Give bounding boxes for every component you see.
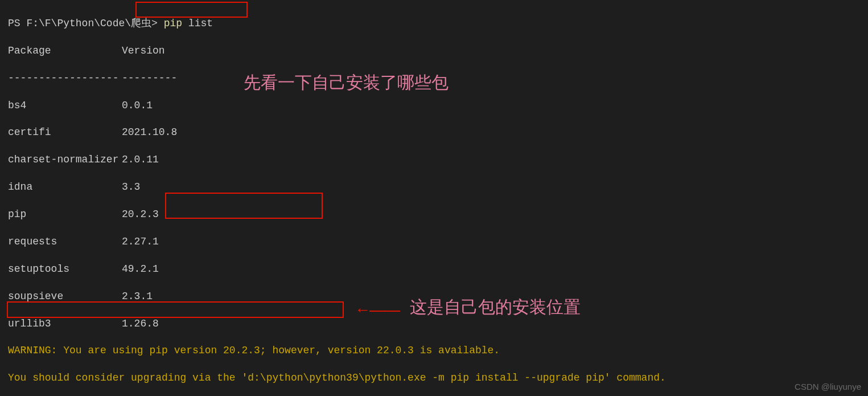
pkg-name: idna xyxy=(8,181,122,194)
pkg-version: 3.3 xyxy=(122,181,140,193)
pkg-divider: --------------------------- xyxy=(8,72,860,85)
warning-line-1: WARNING: You are using pip version 20.2.… xyxy=(8,344,860,358)
divider-pkg: ------------------ xyxy=(8,72,122,85)
header-package: Package xyxy=(8,44,122,58)
pkg-version: 2.3.1 xyxy=(122,291,153,302)
pkg-version: 49.2.1 xyxy=(122,263,159,275)
divider-ver: --------- xyxy=(122,72,177,84)
pkg-row: setuptools49.2.1 xyxy=(8,263,860,276)
pkg-name: charset-normalizer xyxy=(8,153,122,167)
pkg-version: 2021.10.8 xyxy=(122,126,177,138)
pkg-version: 2.0.11 xyxy=(122,154,159,165)
ps-prefix: PS xyxy=(8,18,26,29)
pkg-name: urllib3 xyxy=(8,317,122,331)
pkg-version: 0.0.1 xyxy=(122,100,153,111)
pkg-row: requests2.27.1 xyxy=(8,235,860,249)
pkg-header: PackageVersion xyxy=(8,44,860,58)
pkg-version: 20.2.3 xyxy=(122,209,159,220)
pkg-name: pip xyxy=(8,208,122,222)
pkg-row: bs40.0.1 xyxy=(8,99,860,113)
cmd-args-1: list xyxy=(182,18,213,29)
pkg-row: certifi2021.10.8 xyxy=(8,126,860,140)
pkg-name: bs4 xyxy=(8,99,122,113)
watermark: CSDN @liuyunye xyxy=(795,382,861,391)
pkg-version: 2.27.1 xyxy=(122,236,159,247)
cmd-pip-1: pip xyxy=(164,18,182,29)
prompt-line-1: PS F:\F\Python\Code\爬虫> pip list xyxy=(8,17,860,31)
pkg-version: 1.26.8 xyxy=(122,318,159,329)
pkg-name: certifi xyxy=(8,126,122,140)
warning-line-2: You should consider upgrading via the 'd… xyxy=(8,371,860,385)
pkg-row: charset-normalizer2.0.11 xyxy=(8,153,860,167)
pkg-row: idna3.3 xyxy=(8,181,860,194)
terminal-output[interactable]: PS F:\F\Python\Code\爬虫> pip list Package… xyxy=(0,0,868,396)
pkg-row: pip20.2.3 xyxy=(8,208,860,222)
pkg-name: setuptools xyxy=(8,263,122,276)
pkg-name: soupsieve xyxy=(8,290,122,304)
cwd-path: F:\F\Python\Code\爬虫 xyxy=(26,18,151,29)
pkg-row: urllib31.26.8 xyxy=(8,317,860,331)
prompt-gt: > xyxy=(151,18,164,29)
pkg-name: requests xyxy=(8,235,122,249)
header-version: Version xyxy=(122,45,165,56)
pkg-row: soupsieve2.3.1 xyxy=(8,290,860,304)
